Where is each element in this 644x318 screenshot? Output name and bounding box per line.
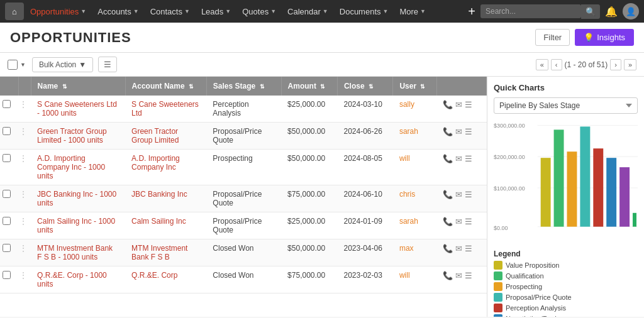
row-checkbox-0[interactable] xyxy=(3,100,11,108)
call-icon[interactable]: 📞 xyxy=(443,271,453,280)
page-header: OPPORTUNITIES Filter 💡 Insights xyxy=(0,23,644,53)
row-checkbox-4[interactable] xyxy=(3,217,11,225)
account-name-link-1[interactable]: Green Tractor Group Limited xyxy=(131,127,179,145)
email-icon[interactable]: ✉ xyxy=(455,127,462,136)
email-icon[interactable]: ✉ xyxy=(455,190,462,199)
col-header-close[interactable]: Close ⇅ xyxy=(337,77,392,96)
user-link-2[interactable]: will xyxy=(399,154,410,163)
account-name-link-5[interactable]: MTM Investment Bank F S B xyxy=(131,244,187,261)
select-all-checkbox[interactable] xyxy=(8,60,18,70)
user-link-1[interactable]: sarah xyxy=(399,127,418,136)
row-name: A.D. Importing Company Inc - 1000 units xyxy=(31,150,125,185)
nav-item-accounts[interactable]: Accounts ▼ xyxy=(92,4,143,19)
legend-label: Proposal/Price Quote xyxy=(506,293,572,301)
search-input[interactable] xyxy=(480,4,581,18)
legend-color-swatch xyxy=(494,271,502,280)
row-name: JBC Banking Inc - 1000 units xyxy=(31,185,125,212)
row-close: 2024-06-26 xyxy=(337,123,392,150)
nav-item-contacts[interactable]: Contacts ▼ xyxy=(145,4,195,19)
nav-item-leads[interactable]: Leads ▼ xyxy=(196,4,236,19)
nav-item-quotes[interactable]: Quotes ▼ xyxy=(237,4,281,19)
email-icon[interactable]: ✉ xyxy=(455,154,462,163)
account-name-link-6[interactable]: Q.R.&E. Corp xyxy=(131,271,177,280)
bulk-action-button[interactable]: Bulk Action ▼ xyxy=(32,57,93,72)
nav-item-calendar[interactable]: Calendar ▼ xyxy=(282,4,333,19)
opportunity-name-link-1[interactable]: Green Tractor Group Limited - 1000 units xyxy=(37,127,107,145)
col-header-user[interactable]: User ⇅ xyxy=(393,77,436,96)
list-icon[interactable]: ☰ xyxy=(465,154,472,163)
last-page-button[interactable]: » xyxy=(624,59,636,70)
list-view-button[interactable]: ☰ xyxy=(98,57,117,72)
svg-rect-15 xyxy=(633,213,636,227)
next-page-button[interactable]: › xyxy=(610,59,621,70)
row-drag-handle[interactable]: ⋮ xyxy=(18,96,31,123)
user-link-6[interactable]: will xyxy=(399,271,410,280)
email-icon[interactable]: ✉ xyxy=(455,271,462,280)
row-checkbox-1[interactable] xyxy=(3,127,11,135)
notifications-button[interactable]: 🔔 xyxy=(601,3,621,20)
row-checkbox-5[interactable] xyxy=(3,244,11,252)
account-name-link-0[interactable]: S Cane Sweeteners Ltd xyxy=(131,100,199,118)
col-header-stage[interactable]: Sales Stage ⇅ xyxy=(206,77,281,96)
account-name-link-3[interactable]: JBC Banking Inc xyxy=(131,190,187,199)
filter-button[interactable]: Filter xyxy=(535,29,570,46)
row-checkbox-6[interactable] xyxy=(3,271,11,279)
call-icon[interactable]: 📞 xyxy=(443,127,453,136)
row-checkbox-2[interactable] xyxy=(3,154,11,162)
table-row: ⋮ S Cane Sweeteners Ltd - 1000 units S C… xyxy=(0,96,487,123)
row-user: will xyxy=(393,266,436,293)
list-icon[interactable]: ☰ xyxy=(465,271,472,280)
account-name-link-2[interactable]: A.D. Importing Company Inc xyxy=(131,154,180,172)
search-button[interactable]: 🔍 xyxy=(581,4,600,19)
account-name-link-4[interactable]: Calm Sailing Inc xyxy=(131,217,186,226)
user-link-0[interactable]: sally xyxy=(399,100,414,109)
select-all-chevron-icon[interactable]: ▼ xyxy=(19,60,27,69)
opportunity-name-link-3[interactable]: JBC Banking Inc - 1000 units xyxy=(37,190,116,207)
col-header-amount[interactable]: Amount ⇅ xyxy=(281,77,337,96)
row-drag-handle[interactable]: ⋮ xyxy=(18,185,31,212)
list-icon[interactable]: ☰ xyxy=(465,244,472,253)
email-icon[interactable]: ✉ xyxy=(455,100,462,109)
email-icon[interactable]: ✉ xyxy=(455,244,462,253)
first-page-button[interactable]: « xyxy=(536,59,548,70)
legend-color-swatch xyxy=(494,314,502,317)
charts-select[interactable]: Pipeline By Sales Stage xyxy=(494,97,638,114)
user-link-4[interactable]: sarah xyxy=(399,217,418,226)
user-avatar[interactable]: 👤 xyxy=(623,3,639,19)
user-link-5[interactable]: max xyxy=(399,244,414,253)
call-icon[interactable]: 📞 xyxy=(443,190,453,199)
list-icon[interactable]: ☰ xyxy=(465,190,472,199)
call-icon[interactable]: 📞 xyxy=(443,244,453,253)
row-drag-handle[interactable]: ⋮ xyxy=(18,266,31,293)
row-drag-handle[interactable]: ⋮ xyxy=(18,212,31,239)
list-icon[interactable]: ☰ xyxy=(465,100,472,109)
row-stage: Proposal/Price Quote xyxy=(206,123,281,150)
nav-item-documents[interactable]: Documents ▼ xyxy=(335,4,394,19)
opportunity-name-link-6[interactable]: Q.R.&E. Corp - 1000 units xyxy=(37,271,107,288)
email-icon[interactable]: ✉ xyxy=(455,217,462,226)
nav-item-opportunities[interactable]: Opportunities ▼ xyxy=(25,4,91,19)
home-button[interactable]: ⌂ xyxy=(5,3,24,20)
main-content: Name ⇅ Account Name ⇅ Sales Stage ⇅ Amou… xyxy=(0,77,644,317)
call-icon[interactable]: 📞 xyxy=(443,100,453,109)
row-drag-handle[interactable]: ⋮ xyxy=(18,239,31,266)
row-drag-handle[interactable]: ⋮ xyxy=(18,150,31,185)
col-header-name[interactable]: Name ⇅ xyxy=(31,77,125,96)
opportunity-name-link-0[interactable]: S Cane Sweeteners Ltd - 1000 units xyxy=(37,100,117,118)
user-link-3[interactable]: chris xyxy=(399,190,415,199)
row-drag-handle[interactable]: ⋮ xyxy=(18,123,31,150)
col-header-account[interactable]: Account Name ⇅ xyxy=(125,77,206,96)
opportunity-name-link-5[interactable]: MTM Investment Bank F S B - 1000 units xyxy=(37,244,113,261)
table-row: ⋮ Green Tractor Group Limited - 1000 uni… xyxy=(0,123,487,150)
insights-button[interactable]: 💡 Insights xyxy=(575,29,634,46)
opportunity-name-link-4[interactable]: Calm Sailing Inc - 1000 units xyxy=(37,217,115,234)
list-icon[interactable]: ☰ xyxy=(465,127,472,136)
nav-item-more[interactable]: More ▼ xyxy=(394,4,431,19)
add-button[interactable]: + xyxy=(464,4,479,19)
call-icon[interactable]: 📞 xyxy=(443,217,453,226)
opportunity-name-link-2[interactable]: A.D. Importing Company Inc - 1000 units xyxy=(37,154,105,180)
prev-page-button[interactable]: ‹ xyxy=(551,59,562,70)
row-checkbox-3[interactable] xyxy=(3,190,11,198)
call-icon[interactable]: 📞 xyxy=(443,154,453,163)
list-icon[interactable]: ☰ xyxy=(465,217,472,226)
